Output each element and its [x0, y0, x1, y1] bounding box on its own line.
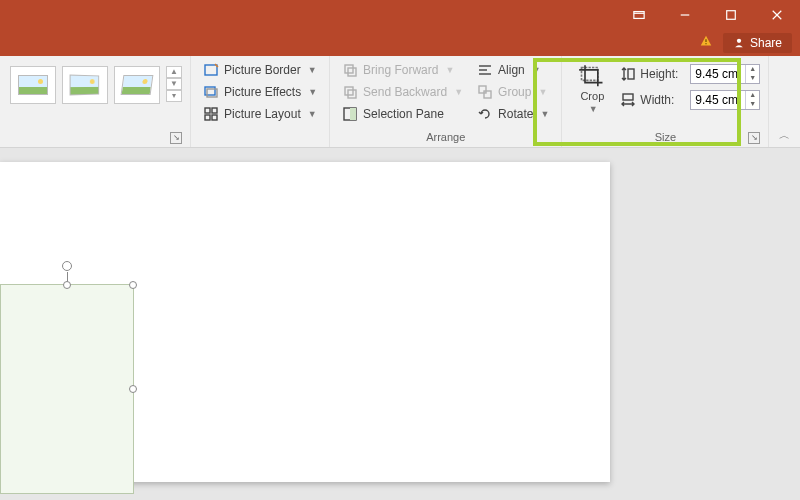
chevron-down-icon: ▼: [445, 65, 454, 75]
group-arrange: Bring Forward▼ Send Backward▼ Selection …: [330, 56, 562, 147]
svg-rect-28: [628, 69, 634, 79]
resize-handle[interactable]: [129, 385, 137, 393]
slide-workspace: [0, 148, 800, 500]
svg-rect-26: [484, 91, 491, 98]
group-label-arrange: Arrange: [426, 131, 465, 143]
svg-rect-12: [205, 108, 210, 113]
height-label: Height:: [640, 67, 686, 81]
chevron-down-icon: ▼: [308, 65, 317, 75]
picture-style-thumb[interactable]: [10, 66, 56, 104]
svg-point-8: [737, 39, 741, 43]
share-button[interactable]: Share: [723, 33, 792, 53]
spinner-up-icon[interactable]: ▲: [746, 65, 759, 74]
width-field[interactable]: [691, 91, 745, 109]
selection-pane-icon: [342, 106, 358, 122]
svg-rect-14: [205, 115, 210, 120]
spinner-down-icon[interactable]: ▼: [746, 74, 759, 83]
bring-forward-icon: [342, 62, 358, 78]
gallery-scroll[interactable]: ▲▼▾: [166, 66, 182, 102]
align-button[interactable]: Align▼: [473, 60, 553, 80]
collapse-ribbon-button[interactable]: ︿: [779, 128, 790, 143]
picture-style-thumb[interactable]: [62, 66, 108, 104]
resize-handle[interactable]: [129, 281, 137, 289]
svg-rect-3: [727, 11, 736, 20]
send-backward-icon: [342, 84, 358, 100]
group-picture-adjust: Picture Border▼ Picture Effects▼ Picture…: [191, 56, 330, 147]
ribbon-options-button[interactable]: [616, 0, 662, 30]
rotate-button[interactable]: Rotate▼: [473, 104, 553, 124]
svg-rect-21: [350, 108, 356, 120]
send-backward-button: Send Backward▼: [338, 82, 467, 102]
close-button[interactable]: [754, 0, 800, 30]
person-icon: [733, 37, 745, 49]
chevron-down-icon: ▼: [308, 87, 317, 97]
chevron-down-icon: ▼: [454, 87, 463, 97]
chevron-down-icon: ▼: [589, 104, 598, 114]
width-label: Width:: [640, 93, 686, 107]
svg-rect-18: [348, 90, 356, 98]
group-size: Crop ▼ Height: ▲▼ Width: ▲: [562, 56, 769, 147]
chevron-down-icon: ▼: [308, 109, 317, 119]
svg-rect-15: [212, 115, 217, 120]
width-icon: [620, 92, 636, 108]
svg-rect-29: [623, 94, 633, 100]
border-icon: [203, 62, 219, 78]
rotate-icon: [477, 106, 493, 122]
rotate-handle[interactable]: [62, 261, 72, 271]
picture-style-thumb[interactable]: [114, 66, 160, 104]
spinner-up-icon[interactable]: ▲: [746, 91, 759, 100]
height-icon: [620, 66, 636, 82]
group-picture-styles: ▲▼▾ ↘: [0, 56, 191, 147]
spinner-down-icon[interactable]: ▼: [746, 100, 759, 109]
share-label: Share: [750, 36, 782, 50]
svg-rect-9: [205, 65, 217, 75]
layout-icon: [203, 106, 219, 122]
height-input[interactable]: ▲▼: [690, 64, 760, 84]
group-objects-button: Group▼: [473, 82, 553, 102]
ribbon: ▲▼▾ ↘ Picture Border▼ Picture Effects▼ P…: [0, 56, 800, 148]
group-label-size: Size: [655, 131, 676, 143]
svg-rect-13: [212, 108, 217, 113]
selected-shape[interactable]: [0, 284, 134, 494]
window-titlebar: [0, 0, 800, 30]
dialog-launcher-icon[interactable]: ↘: [748, 132, 760, 144]
chevron-down-icon: ▼: [532, 65, 541, 75]
align-icon: [477, 62, 493, 78]
svg-rect-25: [479, 86, 486, 93]
crop-icon: [578, 64, 606, 88]
picture-border-button[interactable]: Picture Border▼: [199, 60, 321, 80]
maximize-button[interactable]: [708, 0, 754, 30]
chevron-down-icon: ▼: [540, 109, 549, 119]
svg-rect-16: [345, 65, 353, 73]
group-icon: [477, 84, 493, 100]
svg-rect-19: [345, 87, 353, 95]
dialog-launcher-icon[interactable]: ↘: [170, 132, 182, 144]
chevron-down-icon: ▼: [538, 87, 547, 97]
height-field[interactable]: [691, 65, 745, 83]
svg-rect-17: [348, 68, 356, 76]
account-bar: Share: [0, 30, 800, 56]
svg-rect-0: [634, 12, 644, 19]
picture-effects-button[interactable]: Picture Effects▼: [199, 82, 321, 102]
bring-forward-button: Bring Forward▼: [338, 60, 467, 80]
picture-layout-button[interactable]: Picture Layout▼: [199, 104, 321, 124]
effects-icon: [203, 84, 219, 100]
resize-handle[interactable]: [63, 281, 71, 289]
svg-point-7: [705, 43, 706, 44]
minimize-button[interactable]: [662, 0, 708, 30]
warning-icon: [699, 34, 713, 52]
crop-button[interactable]: Crop ▼: [570, 60, 614, 118]
width-input[interactable]: ▲▼: [690, 90, 760, 110]
selection-pane-button[interactable]: Selection Pane: [338, 104, 467, 124]
